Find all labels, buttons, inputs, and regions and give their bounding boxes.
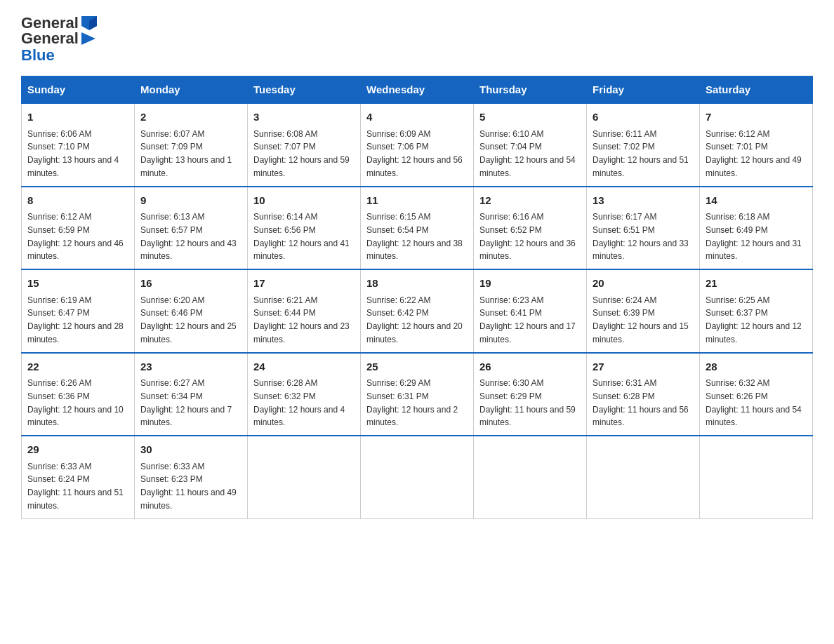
calendar-cell: 7 Sunrise: 6:12 AMSunset: 7:01 PMDayligh… bbox=[700, 103, 813, 187]
day-number: 29 bbox=[27, 442, 128, 458]
day-info: Sunrise: 6:11 AMSunset: 7:02 PMDaylight:… bbox=[593, 129, 689, 178]
calendar-cell: 19 Sunrise: 6:23 AMSunset: 6:41 PMDaylig… bbox=[474, 269, 587, 353]
calendar-cell: 29 Sunrise: 6:33 AMSunset: 6:24 PMDaylig… bbox=[22, 436, 135, 518]
day-number: 19 bbox=[479, 276, 581, 292]
calendar-cell: 26 Sunrise: 6:30 AMSunset: 6:29 PMDaylig… bbox=[474, 353, 587, 436]
day-header-sunday: Sunday bbox=[22, 76, 135, 104]
calendar-cell bbox=[248, 436, 361, 518]
day-number: 20 bbox=[593, 276, 694, 292]
day-number: 10 bbox=[253, 193, 355, 209]
day-info: Sunrise: 6:33 AMSunset: 6:24 PMDaylight:… bbox=[27, 462, 124, 511]
day-number: 8 bbox=[27, 193, 128, 209]
calendar-cell: 8 Sunrise: 6:12 AMSunset: 6:59 PMDayligh… bbox=[22, 187, 135, 270]
day-number: 22 bbox=[27, 359, 128, 375]
day-info: Sunrise: 6:08 AMSunset: 7:07 PMDaylight:… bbox=[253, 129, 350, 178]
day-info: Sunrise: 6:26 AMSunset: 6:36 PMDaylight:… bbox=[27, 378, 124, 427]
day-info: Sunrise: 6:28 AMSunset: 6:32 PMDaylight:… bbox=[253, 378, 345, 427]
day-header-thursday: Thursday bbox=[474, 76, 587, 104]
day-number: 14 bbox=[706, 193, 807, 209]
week-row-2: 8 Sunrise: 6:12 AMSunset: 6:59 PMDayligh… bbox=[22, 187, 813, 270]
day-info: Sunrise: 6:31 AMSunset: 6:28 PMDaylight:… bbox=[593, 378, 689, 427]
week-row-1: 1 Sunrise: 6:06 AMSunset: 7:10 PMDayligh… bbox=[22, 103, 813, 187]
logo-triangle-icon bbox=[81, 32, 95, 45]
day-info: Sunrise: 6:30 AMSunset: 6:29 PMDaylight:… bbox=[479, 378, 576, 427]
day-header-wednesday: Wednesday bbox=[361, 76, 474, 104]
calendar-cell: 5 Sunrise: 6:10 AMSunset: 7:04 PMDayligh… bbox=[474, 103, 587, 187]
day-number: 26 bbox=[479, 359, 581, 375]
day-number: 12 bbox=[479, 193, 581, 209]
calendar-table: SundayMondayTuesdayWednesdayThursdayFrid… bbox=[21, 76, 813, 519]
day-number: 3 bbox=[253, 109, 355, 126]
day-number: 28 bbox=[706, 359, 807, 375]
calendar-cell: 13 Sunrise: 6:17 AMSunset: 6:51 PMDaylig… bbox=[587, 187, 700, 270]
day-info: Sunrise: 6:12 AMSunset: 6:59 PMDaylight:… bbox=[27, 212, 124, 261]
calendar-cell bbox=[474, 436, 587, 518]
day-header-friday: Friday bbox=[587, 76, 700, 104]
day-number: 21 bbox=[706, 276, 807, 292]
day-info: Sunrise: 6:15 AMSunset: 6:54 PMDaylight:… bbox=[366, 212, 463, 261]
day-number: 11 bbox=[366, 193, 468, 209]
day-header-tuesday: Tuesday bbox=[248, 76, 361, 104]
day-number: 15 bbox=[27, 276, 128, 292]
day-number: 18 bbox=[366, 276, 468, 292]
day-info: Sunrise: 6:06 AMSunset: 7:10 PMDaylight:… bbox=[27, 129, 119, 178]
calendar-cell: 6 Sunrise: 6:11 AMSunset: 7:02 PMDayligh… bbox=[587, 103, 700, 187]
day-number: 30 bbox=[140, 442, 241, 458]
logo-icon bbox=[81, 16, 97, 30]
day-info: Sunrise: 6:14 AMSunset: 6:56 PMDaylight:… bbox=[253, 212, 350, 261]
calendar-cell: 27 Sunrise: 6:31 AMSunset: 6:28 PMDaylig… bbox=[587, 353, 700, 436]
day-info: Sunrise: 6:32 AMSunset: 6:26 PMDaylight:… bbox=[706, 378, 802, 427]
day-number: 1 bbox=[27, 109, 128, 126]
day-number: 2 bbox=[140, 109, 241, 126]
day-number: 9 bbox=[140, 193, 241, 209]
calendar-cell: 22 Sunrise: 6:26 AMSunset: 6:36 PMDaylig… bbox=[22, 353, 135, 436]
calendar-cell bbox=[587, 436, 700, 518]
day-info: Sunrise: 6:21 AMSunset: 6:44 PMDaylight:… bbox=[253, 295, 350, 344]
calendar-cell: 17 Sunrise: 6:21 AMSunset: 6:44 PMDaylig… bbox=[248, 269, 361, 353]
page-header: General General Blue bbox=[21, 14, 813, 65]
calendar-cell bbox=[700, 436, 813, 518]
day-info: Sunrise: 6:19 AMSunset: 6:47 PMDaylight:… bbox=[27, 295, 124, 344]
calendar-cell: 16 Sunrise: 6:20 AMSunset: 6:46 PMDaylig… bbox=[135, 269, 248, 353]
day-number: 16 bbox=[140, 276, 241, 292]
calendar-cell: 21 Sunrise: 6:25 AMSunset: 6:37 PMDaylig… bbox=[700, 269, 813, 353]
day-number: 27 bbox=[593, 359, 694, 375]
calendar-cell: 23 Sunrise: 6:27 AMSunset: 6:34 PMDaylig… bbox=[135, 353, 248, 436]
day-number: 24 bbox=[253, 359, 355, 375]
day-number: 6 bbox=[593, 109, 694, 126]
calendar-cell: 2 Sunrise: 6:07 AMSunset: 7:09 PMDayligh… bbox=[135, 103, 248, 187]
day-info: Sunrise: 6:16 AMSunset: 6:52 PMDaylight:… bbox=[479, 212, 576, 261]
day-number: 7 bbox=[706, 109, 807, 126]
days-header-row: SundayMondayTuesdayWednesdayThursdayFrid… bbox=[22, 76, 813, 104]
day-number: 25 bbox=[366, 359, 468, 375]
day-number: 17 bbox=[253, 276, 355, 292]
week-row-5: 29 Sunrise: 6:33 AMSunset: 6:24 PMDaylig… bbox=[22, 436, 813, 518]
day-info: Sunrise: 6:23 AMSunset: 6:41 PMDaylight:… bbox=[479, 295, 576, 344]
day-number: 23 bbox=[140, 359, 241, 375]
calendar-cell: 10 Sunrise: 6:14 AMSunset: 6:56 PMDaylig… bbox=[248, 187, 361, 270]
day-number: 13 bbox=[593, 193, 694, 209]
calendar-cell bbox=[361, 436, 474, 518]
day-info: Sunrise: 6:24 AMSunset: 6:39 PMDaylight:… bbox=[593, 295, 689, 344]
svg-marker-2 bbox=[81, 32, 95, 45]
day-info: Sunrise: 6:12 AMSunset: 7:01 PMDaylight:… bbox=[706, 129, 802, 178]
calendar-body: 1 Sunrise: 6:06 AMSunset: 7:10 PMDayligh… bbox=[22, 103, 813, 518]
calendar-cell: 4 Sunrise: 6:09 AMSunset: 7:06 PMDayligh… bbox=[361, 103, 474, 187]
calendar-cell: 1 Sunrise: 6:06 AMSunset: 7:10 PMDayligh… bbox=[22, 103, 135, 187]
calendar-cell: 9 Sunrise: 6:13 AMSunset: 6:57 PMDayligh… bbox=[135, 187, 248, 270]
calendar-cell: 18 Sunrise: 6:22 AMSunset: 6:42 PMDaylig… bbox=[361, 269, 474, 353]
day-info: Sunrise: 6:22 AMSunset: 6:42 PMDaylight:… bbox=[366, 295, 463, 344]
logo-general-line2: General bbox=[21, 29, 79, 48]
day-info: Sunrise: 6:29 AMSunset: 6:31 PMDaylight:… bbox=[366, 378, 458, 427]
calendar-cell: 12 Sunrise: 6:16 AMSunset: 6:52 PMDaylig… bbox=[474, 187, 587, 270]
day-header-monday: Monday bbox=[135, 76, 248, 104]
day-info: Sunrise: 6:10 AMSunset: 7:04 PMDaylight:… bbox=[479, 129, 576, 178]
day-info: Sunrise: 6:25 AMSunset: 6:37 PMDaylight:… bbox=[706, 295, 802, 344]
calendar-cell: 15 Sunrise: 6:19 AMSunset: 6:47 PMDaylig… bbox=[22, 269, 135, 353]
day-info: Sunrise: 6:18 AMSunset: 6:49 PMDaylight:… bbox=[706, 212, 802, 261]
day-info: Sunrise: 6:33 AMSunset: 6:23 PMDaylight:… bbox=[140, 462, 237, 511]
calendar-cell: 30 Sunrise: 6:33 AMSunset: 6:23 PMDaylig… bbox=[135, 436, 248, 518]
day-info: Sunrise: 6:13 AMSunset: 6:57 PMDaylight:… bbox=[140, 212, 237, 261]
week-row-3: 15 Sunrise: 6:19 AMSunset: 6:47 PMDaylig… bbox=[22, 269, 813, 353]
calendar-cell: 25 Sunrise: 6:29 AMSunset: 6:31 PMDaylig… bbox=[361, 353, 474, 436]
